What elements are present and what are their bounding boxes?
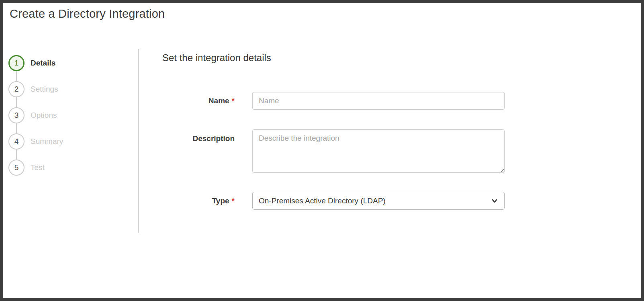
step-3-number: 3 xyxy=(14,111,19,120)
stepper-connector xyxy=(16,149,17,160)
type-select[interactable]: On-Premises Active Directory (LDAP) xyxy=(252,192,505,210)
stepper-step-details: 1 Details xyxy=(8,55,55,71)
step-3-label: Options xyxy=(31,111,57,120)
form-heading: Set the integration details xyxy=(162,52,271,63)
step-5-label: Test xyxy=(31,163,45,172)
step-2-number: 2 xyxy=(14,85,19,94)
step-4-indicator: 4 xyxy=(8,133,25,149)
step-2-label: Settings xyxy=(31,85,58,94)
stepper-connector xyxy=(16,123,17,133)
required-asterisk: * xyxy=(232,197,235,205)
step-4-label: Summary xyxy=(31,137,63,146)
required-asterisk: * xyxy=(232,96,235,105)
create-directory-integration-window: Create a Directory Integration 1 Details… xyxy=(0,0,644,301)
step-1-label: Details xyxy=(31,59,55,68)
stepper-connector xyxy=(16,97,17,107)
stepper-step-settings: 2 Settings xyxy=(8,81,58,97)
step-5-number: 5 xyxy=(14,163,19,172)
step-2-indicator: 2 xyxy=(8,81,25,97)
stepper-step-test: 5 Test xyxy=(8,160,45,176)
stepper-step-options: 3 Options xyxy=(8,107,57,123)
description-field-label: Description xyxy=(162,129,235,143)
wizard-stepper: 1 Details 2 Settings 3 Options 4 Summary xyxy=(8,55,63,176)
type-select-wrapper: On-Premises Active Directory (LDAP) xyxy=(252,192,505,210)
type-field-label: Type* xyxy=(162,196,235,206)
step-3-indicator: 3 xyxy=(8,107,25,123)
stepper-step-summary: 4 Summary xyxy=(8,133,63,149)
step-4-number: 4 xyxy=(14,137,19,146)
type-field-row: Type* On-Premises Active Directory (LDAP… xyxy=(162,192,505,210)
step-1-indicator: 1 xyxy=(8,55,25,71)
name-field-row: Name* xyxy=(162,92,505,110)
name-field-label: Name* xyxy=(162,96,235,106)
stepper-connector xyxy=(16,71,17,81)
page-title: Create a Directory Integration xyxy=(10,6,165,22)
step-5-indicator: 5 xyxy=(8,160,25,176)
step-1-number: 1 xyxy=(14,59,19,68)
stepper-content-divider xyxy=(138,49,139,233)
description-field-row: Description xyxy=(162,129,505,173)
description-textarea[interactable] xyxy=(252,129,505,173)
name-input[interactable] xyxy=(252,92,505,110)
